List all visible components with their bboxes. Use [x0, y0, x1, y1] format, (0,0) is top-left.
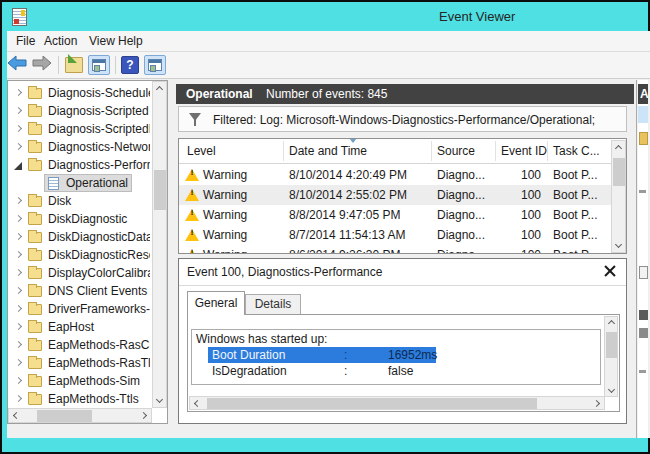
scrollbar-thumb[interactable]: [613, 158, 625, 186]
table-row[interactable]: Warning8/7/2014 11:54:13 AMDiagno...100B…: [179, 225, 611, 245]
chevron-right-icon: [15, 233, 22, 240]
tree-item-diagnosis-scripteddiag[interactable]: Diagnosis-ScriptedDiag: [8, 120, 152, 138]
tree-item-displaycolorcalibration[interactable]: DisplayColorCalibration: [8, 264, 152, 282]
console-tree-icon: [92, 59, 106, 71]
tab-details[interactable]: Details: [245, 294, 301, 315]
scroll-up-icon[interactable]: [156, 86, 163, 93]
folder-icon: [28, 232, 42, 243]
folder-icon: [28, 250, 42, 261]
tree-item-diskdiagnostic[interactable]: DiskDiagnostic: [8, 210, 152, 228]
action-icon-fragment: [639, 310, 648, 320]
folder-icon: [28, 394, 42, 405]
scrollbar-thumb[interactable]: [606, 332, 617, 358]
toolbar-separator: [115, 56, 116, 74]
scrollbar-thumb[interactable]: [207, 398, 537, 409]
back-button[interactable]: [7, 55, 27, 74]
tab-general[interactable]: General: [187, 291, 245, 315]
scrollbar-thumb[interactable]: [154, 170, 166, 210]
menu-file[interactable]: File: [16, 34, 35, 48]
table-row[interactable]: Warning8/6/2014 9:26:30 PMDiagno...100Bo…: [179, 245, 611, 254]
tree-item-label: Diagnosis-ScriptedDiag: [48, 120, 150, 138]
tree-horizontal-scrollbar[interactable]: [8, 408, 152, 423]
scroll-down-icon[interactable]: [608, 386, 615, 393]
chevron-right-icon: [15, 125, 22, 132]
tree-item-eapmethods-ttls[interactable]: EapMethods-Ttls: [8, 390, 152, 408]
scrollbar-thumb[interactable]: [37, 410, 92, 422]
action-icon-fragment: [639, 190, 646, 193]
tree-item-diagnostics-performance[interactable]: Diagnostics-Performance: [8, 156, 152, 174]
chevron-right-icon: [15, 305, 22, 312]
scroll-right-icon[interactable]: [593, 400, 600, 407]
tree-item-diagnosis-scripted[interactable]: Diagnosis-Scripted: [8, 102, 152, 120]
scroll-right-icon[interactable]: [140, 412, 147, 419]
tree-item-diagnostics-networking[interactable]: Diagnostics-Networking: [8, 138, 152, 156]
tree-item-eaphost[interactable]: EapHost: [8, 318, 152, 336]
tree-item-disk[interactable]: Disk: [8, 192, 152, 210]
menu-bar: File Action View Help: [7, 31, 650, 52]
scroll-up-icon[interactable]: [608, 320, 615, 327]
actions-selected-item-fragment[interactable]: [638, 106, 648, 123]
folder-icon: [28, 88, 42, 99]
column-header-eventid[interactable]: Event ID: [501, 144, 547, 158]
tree-item-driverframeworks-usermode[interactable]: DriverFrameworks-UserMode: [8, 300, 152, 318]
forward-button[interactable]: [32, 55, 52, 74]
menu-action[interactable]: Action: [44, 34, 77, 48]
tree-item-eapmethods-raschap[interactable]: EapMethods-RasChap: [8, 336, 152, 354]
action-icon-fragment: [639, 328, 648, 338]
tree-item-label: DisplayColorCalibration: [48, 264, 150, 282]
column-header-datetime[interactable]: Date and Time: [289, 144, 367, 158]
menu-help[interactable]: Help: [118, 34, 143, 48]
help-button[interactable]: ?: [121, 56, 139, 74]
tree-item-label: DiskDiagnostic: [48, 210, 150, 228]
action-icon-fragment: [639, 132, 648, 145]
column-header-task[interactable]: Task C...: [553, 144, 600, 158]
export-button[interactable]: [65, 57, 83, 73]
close-icon[interactable]: [604, 265, 616, 277]
tree-item-label: Diagnostics-Networking: [48, 138, 150, 156]
filter-notice[interactable]: Filtered: Log: Microsoft-Windows-Diagnos…: [178, 106, 627, 132]
chevron-right-icon: [15, 269, 22, 276]
action-pane-icon: [148, 59, 162, 71]
folder-icon: [28, 142, 42, 153]
column-header-source[interactable]: Source: [437, 144, 475, 158]
actions-pane-header: A: [638, 84, 648, 104]
chevron-right-icon: [15, 323, 22, 330]
scroll-left-icon[interactable]: [13, 412, 20, 419]
tree-vertical-scrollbar[interactable]: [152, 81, 167, 408]
tree-item-eapmethods-rastls[interactable]: EapMethods-RasTls: [8, 354, 152, 372]
table-row-selected[interactable]: Warning8/10/2014 2:55:02 PMDiagno...100B…: [179, 185, 611, 205]
menu-view[interactable]: View: [89, 34, 115, 48]
tree-item-diskdiagnosticdatacollector[interactable]: DiskDiagnosticDataCollector: [8, 228, 152, 246]
show-hide-console-tree-button[interactable]: [88, 55, 110, 75]
tree-item-eapmethods-sim[interactable]: EapMethods-Sim: [8, 372, 152, 390]
scroll-left-icon[interactable]: [194, 400, 201, 407]
folder-icon: [28, 358, 42, 369]
table-row[interactable]: Warning8/10/2014 4:20:49 PMDiagno...100B…: [179, 165, 611, 185]
event-list: Level Date and Time Source Event ID Task…: [178, 138, 627, 254]
property-value: 16952ms: [388, 347, 437, 363]
table-row[interactable]: Warning8/8/2014 9:47:05 PMDiagno...100Bo…: [179, 205, 611, 225]
warning-icon: [185, 229, 199, 241]
tree-item-dns-client-events[interactable]: DNS Client Events: [8, 282, 152, 300]
event-description[interactable]: Windows has started up: Boot Duration : …: [191, 329, 601, 385]
folder-icon: [28, 322, 42, 333]
tree-item-diagnosis-scheduled[interactable]: Diagnosis-Scheduled: [8, 84, 152, 102]
log-name: Operational: [186, 84, 253, 104]
detail-horizontal-scrollbar[interactable]: [189, 396, 605, 410]
tree-item-label: Diagnosis-Scheduled: [48, 84, 150, 102]
folder-icon: [28, 124, 42, 135]
tree-item-operational[interactable]: Operational: [8, 174, 152, 192]
tree-item-diskdiagnosticresolver[interactable]: DiskDiagnosticResolver: [8, 246, 152, 264]
scroll-down-icon[interactable]: [156, 396, 163, 403]
table-vertical-scrollbar[interactable]: [611, 140, 626, 253]
show-hide-action-pane-button[interactable]: [144, 55, 166, 75]
scroll-up-icon[interactable]: [615, 145, 622, 152]
chevron-right-icon: [15, 89, 22, 96]
folder-icon: [28, 214, 42, 225]
detail-vertical-scrollbar[interactable]: [604, 316, 618, 397]
back-arrow-icon: [7, 55, 27, 71]
column-header-level[interactable]: Level: [187, 144, 216, 158]
scroll-down-icon[interactable]: [615, 241, 622, 248]
title-bar[interactable]: Event Viewer: [2, 2, 648, 31]
tree-item-label: Operational: [66, 174, 150, 192]
